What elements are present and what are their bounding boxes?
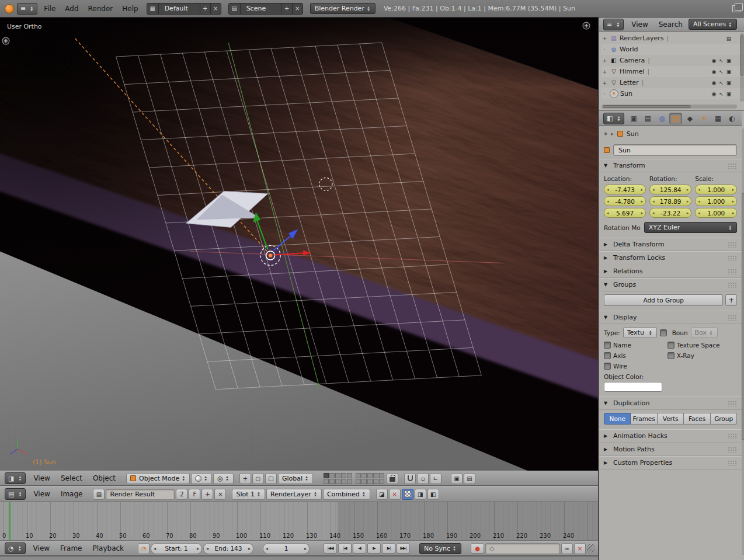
rotation-mode-dropdown[interactable]: XYZ Euler: [644, 222, 738, 233]
editor-type-properties[interactable]: ◧: [603, 113, 624, 124]
texture-space-checkbox[interactable]: [667, 342, 675, 349]
duplication-frames-button[interactable]: Frames: [631, 413, 657, 425]
rotation-x-field[interactable]: 125.84: [649, 185, 691, 194]
properties-scrollbar[interactable]: [742, 128, 744, 555]
editor-type-info[interactable]: ≡: [17, 3, 37, 15]
render-engine-dropdown[interactable]: Blender Render: [310, 3, 376, 14]
delete-layout-button[interactable]: ×: [210, 4, 221, 14]
layer-cell[interactable]: [373, 479, 378, 484]
add-scene-button[interactable]: +: [281, 4, 292, 14]
layer-cell[interactable]: [324, 473, 329, 478]
layer-cell[interactable]: [367, 473, 373, 478]
panel-transform-locks[interactable]: Transform Locks: [599, 251, 742, 265]
menu-view[interactable]: View: [29, 490, 54, 498]
manipulator-scale-toggle[interactable]: □: [265, 473, 277, 484]
editor-type-outliner[interactable]: ≡: [603, 19, 624, 30]
wire-checkbox[interactable]: [604, 363, 611, 370]
start-frame-field[interactable]: Start: 1: [151, 543, 202, 554]
editor-type-view3d[interactable]: ◨: [5, 472, 26, 484]
auto-keyframe-record-button[interactable]: [471, 543, 484, 554]
delete-keyframe-button[interactable]: ×: [574, 543, 586, 554]
layer-cell[interactable]: [361, 479, 367, 484]
jump-prev-keyframe-button[interactable]: [338, 543, 352, 554]
layers-widget-left[interactable]: [324, 473, 352, 484]
draw-channel-color[interactable]: ◨: [415, 489, 426, 500]
image-browse-icon[interactable]: ▤: [93, 489, 105, 500]
rotation-y-field[interactable]: 178.89: [649, 196, 691, 206]
cursor-select-icon[interactable]: ↖: [719, 58, 724, 64]
item-label[interactable]: Letter: [620, 79, 639, 86]
panel-drag-grip[interactable]: [728, 255, 737, 261]
menu-search[interactable]: Search: [654, 20, 687, 29]
render-restrict-icon[interactable]: ▣: [726, 58, 732, 64]
tree-row-himmel[interactable]: + ▽ Himmel | ◉ ↖ ▣: [602, 66, 744, 77]
eye-icon[interactable]: ◉: [711, 91, 716, 97]
panel-drag-grip[interactable]: [728, 315, 737, 321]
layer-cell[interactable]: [356, 479, 361, 484]
bounds-type-dropdown[interactable]: Box: [691, 327, 718, 338]
eye-icon[interactable]: ◉: [711, 58, 716, 64]
tree-row-world[interactable]: · ◍ World: [602, 44, 744, 55]
layer-cell[interactable]: [335, 479, 340, 484]
jump-next-keyframe-button[interactable]: [382, 543, 395, 554]
current-frame-field[interactable]: 1: [263, 543, 310, 554]
new-group-button[interactable]: +: [725, 294, 737, 306]
item-label[interactable]: Himmel: [620, 68, 645, 75]
viewport-canvas[interactable]: User Ortho (1) Sun: [0, 18, 598, 471]
panel-motion-paths[interactable]: Motion Paths: [599, 443, 742, 456]
panel-transform-header[interactable]: Transform: [599, 159, 742, 172]
tree-row-camera[interactable]: + ◧ Camera | ◉ ↖ ▣: [602, 55, 744, 66]
scene-selector[interactable]: ▤ Scene + ×: [228, 3, 303, 15]
layer-cell[interactable]: [367, 479, 373, 484]
scale-y-field[interactable]: 1.000: [695, 196, 737, 206]
duplication-faces-button[interactable]: Faces: [684, 413, 710, 425]
snap-element-vertex[interactable]: ∟: [430, 473, 441, 484]
tab-object[interactable]: ▧: [669, 113, 682, 124]
duplication-group-button[interactable]: Group: [711, 413, 737, 425]
duplication-none-button[interactable]: None: [604, 413, 631, 425]
region-corner-grip[interactable]: [587, 544, 595, 552]
layer-cell[interactable]: [341, 479, 346, 484]
menu-view[interactable]: View: [627, 20, 652, 29]
layer-cell[interactable]: [373, 473, 378, 478]
panel-drag-grip[interactable]: [728, 282, 737, 288]
viewport-3d[interactable]: User Ortho (1) Sun: [0, 18, 598, 471]
layer-cell[interactable]: [361, 473, 367, 478]
current-frame-marker[interactable]: [9, 502, 11, 540]
axis-checkbox[interactable]: [604, 352, 611, 359]
slot-dropdown[interactable]: Slot 1: [232, 489, 265, 500]
mode-dropdown[interactable]: Object Mode: [126, 473, 190, 484]
item-label[interactable]: RenderLayers: [620, 34, 664, 42]
draw-channel-color-alpha[interactable]: [402, 489, 413, 500]
eye-icon[interactable]: ◉: [711, 69, 716, 75]
properties-region-plus-widget[interactable]: [583, 22, 590, 29]
layer-cell[interactable]: [335, 473, 340, 478]
menu-select[interactable]: Select: [56, 474, 87, 482]
manipulator-rotate-toggle[interactable]: ○: [252, 473, 264, 484]
layer-cell[interactable]: [329, 479, 335, 484]
layer-cell[interactable]: [347, 479, 352, 484]
lock-to-scene-toggle[interactable]: [387, 473, 398, 484]
scale-z-field[interactable]: 1.000: [695, 208, 737, 218]
sync-mode-dropdown[interactable]: No Sync: [419, 543, 461, 554]
draw-channel-alpha[interactable]: ◧: [427, 489, 439, 500]
menu-add[interactable]: Add: [60, 5, 83, 13]
menu-view[interactable]: View: [29, 474, 54, 482]
eye-icon[interactable]: ◉: [711, 80, 716, 86]
panel-drag-grip[interactable]: [728, 269, 737, 274]
manipulator-translate-toggle[interactable]: +: [239, 473, 251, 484]
outliner-editor[interactable]: ≡ View Search All Scenes + ▤ RenderLayer…: [599, 18, 744, 111]
layer-cell[interactable]: [356, 473, 361, 478]
editor-type-timeline[interactable]: ◔: [5, 542, 26, 554]
tree-row-sun[interactable]: · ☀ Sun ◉ ↖ ▣: [602, 88, 744, 99]
panel-groups-header[interactable]: Groups: [599, 278, 742, 291]
layer-cell[interactable]: [341, 473, 346, 478]
render-layer-dropdown[interactable]: RenderLayer: [266, 489, 322, 500]
tree-row-renderlayers[interactable]: + ▤ RenderLayers | ▤: [602, 33, 744, 44]
layer-cell[interactable]: [329, 473, 335, 478]
layer-cell[interactable]: [379, 479, 384, 484]
panel-custom-properties[interactable]: Custom Properties: [599, 456, 742, 469]
tab-textures[interactable]: ▦: [711, 113, 724, 124]
cursor-select-icon[interactable]: ↖: [719, 69, 724, 75]
tab-object-data[interactable]: ☀: [697, 113, 710, 124]
